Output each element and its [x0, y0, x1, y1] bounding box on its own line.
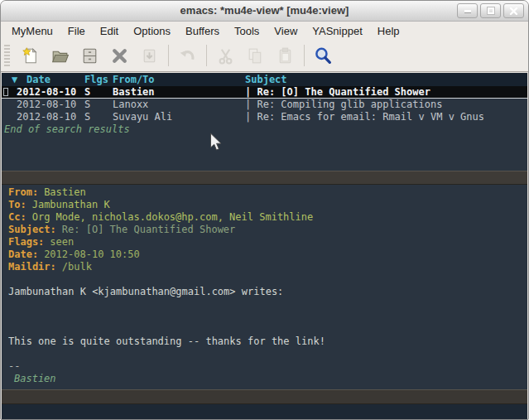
close-icon	[509, 7, 518, 16]
field-label-to: To:	[8, 199, 26, 210]
menu-item-mymenu[interactable]: MyMenu	[4, 23, 60, 39]
column-flags[interactable]: Flgs	[84, 73, 113, 86]
copy-icon	[245, 46, 266, 66]
signature-name: Bastien	[8, 373, 527, 385]
field-value-subject: Re: [O] The Quantified Shower	[62, 224, 236, 235]
cut-icon	[215, 46, 236, 66]
emacs-frame: ▼ Date Flgs From/To Subject 2012-08-10 S…	[2, 73, 527, 418]
close-buffer-button[interactable]	[108, 44, 131, 67]
titlebar[interactable]: emacs: *mu4e-view* [mu4e:view]	[1, 1, 528, 22]
row-date: 2012-08-10	[17, 86, 84, 98]
body-intro: Jambunathan K <kjambunathan@gmail.com> w…	[8, 286, 527, 298]
field-label-flags: Flags:	[8, 236, 44, 248]
mouse-cursor-icon	[209, 133, 224, 152]
menu-item-view[interactable]: View	[267, 23, 305, 39]
emacs-window: emacs: *mu4e-view* [mu4e:view] MyMenu Fi…	[0, 0, 529, 420]
search-icon	[313, 46, 334, 66]
column-subject[interactable]: Subject	[245, 73, 527, 86]
field-label-maildir: Maildir:	[8, 261, 56, 273]
paste-button[interactable]	[274, 44, 296, 67]
menu-item-edit[interactable]: Edit	[93, 23, 126, 39]
undo-button[interactable]	[176, 44, 199, 67]
minimize-icon	[464, 10, 471, 12]
column-from-to[interactable]: From/To	[113, 73, 245, 86]
row-subject: | Re: Emacs for email: Rmail v VM v Gnus	[245, 111, 527, 123]
end-of-search-message: End of search results	[2, 123, 527, 136]
menu-item-buffers[interactable]: Buffers	[178, 23, 227, 39]
row-flags: S	[84, 99, 113, 111]
toolbar-drag-handle[interactable]	[4, 45, 10, 66]
modeline-mu4e-view[interactable]: *mu4e-view* ( 1, 0) [All/372] [mu4e:view…	[2, 389, 527, 404]
row-date: 2012-08-10	[17, 111, 84, 123]
menubar: MyMenu File Edit Options Buffers Tools V…	[1, 22, 528, 40]
menu-item-file[interactable]: File	[60, 23, 93, 39]
mu4e-headers-window: ▼ Date Flgs From/To Subject 2012-08-10 S…	[2, 73, 527, 171]
toolbar-separator	[304, 45, 305, 66]
paste-icon	[275, 46, 296, 66]
save-as-button[interactable]	[138, 44, 161, 67]
menu-item-help[interactable]: Help	[370, 23, 407, 39]
sort-arrow-icon: ▼	[12, 73, 26, 86]
save-button[interactable]	[79, 44, 101, 67]
search-button[interactable]	[312, 44, 334, 67]
field-value-date: 2012-08-10 10:50	[44, 249, 140, 260]
toolbar-separator	[168, 45, 169, 66]
field-value-flags: seen	[50, 236, 74, 248]
row-flags: S	[84, 111, 113, 123]
field-label-subject: Subject:	[8, 224, 56, 235]
row-subject: | Re: Compiling glib applications	[245, 99, 527, 111]
toolbar-separator	[206, 45, 207, 66]
field-value-to: Jambunathan K	[32, 199, 110, 210]
open-file-button[interactable]	[49, 44, 71, 67]
new-file-icon	[20, 46, 41, 66]
cut-button[interactable]	[214, 44, 237, 67]
field-value-from: Bastien	[44, 186, 86, 198]
body-comment: This one is quite outstanding -- thanks …	[8, 336, 527, 348]
new-file-button[interactable]	[19, 44, 41, 67]
modeline-mu4e-headers[interactable]: *mu4e-headers* ( 1, 0) [All/275] [mu4e-h…	[2, 171, 527, 185]
headers-column-line[interactable]: ▼ Date Flgs From/To Subject	[2, 73, 527, 86]
close-button[interactable]	[503, 3, 524, 18]
fringe-indicator-icon	[3, 88, 8, 96]
row-date: 2012-08-10	[17, 99, 84, 111]
save-as-icon	[139, 46, 160, 66]
header-row-selected[interactable]: 2012-08-10 S Bastien | Re: [O] The Quant…	[2, 86, 527, 99]
header-row[interactable]: 2012-08-10 S Lanoxx | Re: Compiling glib…	[2, 99, 527, 111]
maximize-icon	[488, 7, 494, 14]
toolbar	[1, 40, 528, 72]
row-from: Bastien	[113, 86, 245, 98]
maximize-button[interactable]	[480, 3, 501, 18]
field-label-from: From:	[8, 186, 38, 198]
copy-button[interactable]	[244, 44, 267, 67]
row-flags: S	[84, 86, 113, 98]
row-from: Lanoxx	[113, 99, 245, 111]
mu4e-view-window: From:Bastien To:Jambunathan K Cc:Org Mod…	[2, 185, 527, 389]
echo-area[interactable]	[2, 404, 527, 420]
field-value-cc: Org Mode, nicholas.dokos@hp.com, Neil Sm…	[32, 211, 314, 223]
signature-separator: --	[8, 360, 527, 373]
window-controls	[457, 3, 524, 18]
column-date[interactable]: Date	[26, 73, 84, 86]
header-row[interactable]: 2012-08-10 S Suvayu Ali | Re: Emacs for …	[2, 111, 527, 123]
undo-icon	[177, 46, 198, 66]
minimize-button[interactable]	[457, 3, 478, 18]
row-subject: | Re: [O] The Quantified Shower	[245, 86, 527, 98]
menu-item-tools[interactable]: Tools	[227, 23, 267, 39]
close-buffer-icon	[109, 46, 130, 66]
field-label-cc: Cc:	[8, 211, 26, 223]
row-from: Suvayu Ali	[113, 111, 245, 123]
window-title: emacs: *mu4e-view* [mu4e:view]	[1, 4, 528, 17]
field-value-maildir: /bulk	[62, 261, 92, 273]
save-icon	[79, 46, 100, 66]
open-file-icon	[50, 46, 70, 66]
menu-item-options[interactable]: Options	[126, 23, 178, 39]
menu-item-yasnippet[interactable]: YASnippet	[305, 23, 369, 39]
field-label-date: Date:	[8, 249, 38, 260]
